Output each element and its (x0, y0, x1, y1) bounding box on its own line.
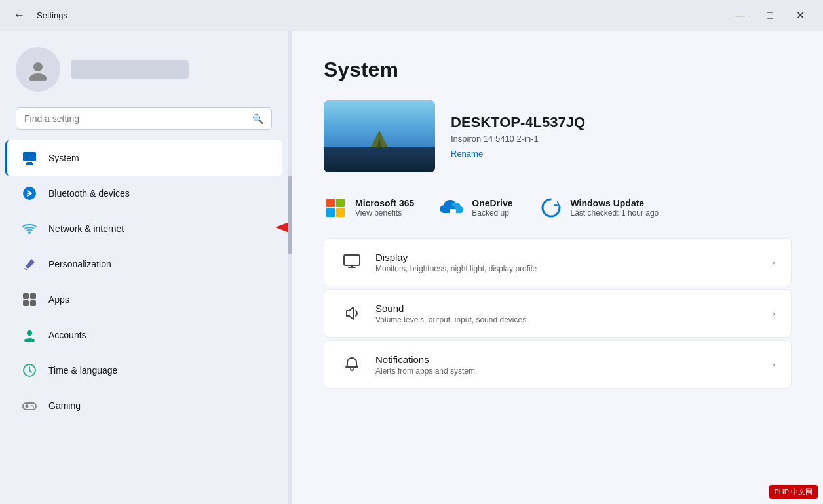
display-title: Display (375, 252, 772, 263)
notifications-chevron: › (772, 359, 775, 370)
back-button[interactable]: ← (8, 6, 30, 25)
winupdate-text: Windows Update Last checked: 1 hour ago (571, 198, 659, 218)
bluetooth-icon (21, 185, 38, 202)
network-icon (21, 220, 38, 237)
app-title: Settings (37, 10, 67, 20)
sidebar-item-accounts-label: Accounts (48, 330, 86, 340)
notifications-desc: Alerts from apps and system (375, 366, 772, 376)
service-winupdate: Windows Update Last checked: 1 hour ago (539, 196, 659, 220)
svg-point-11 (27, 330, 32, 336)
pc-name: DESKTOP-4L537JQ (451, 114, 585, 131)
sidebar-item-gaming[interactable]: Gaming (5, 388, 282, 423)
sound-text: Sound Volume levels, output, input, soun… (375, 303, 772, 324)
display-desc: Monitors, brightness, night light, displ… (375, 264, 772, 273)
sidebar-item-gaming-label: Gaming (48, 400, 81, 411)
main-content: System DESKTOP-4L537JQ Inspiron 14 5410 … (292, 31, 823, 504)
settings-card-display[interactable]: Display Monitors, brightness, night ligh… (324, 238, 792, 286)
svg-rect-2 (23, 152, 36, 161)
main-layout: 🔍 System (0, 31, 823, 504)
username-placeholder (71, 60, 189, 79)
sidebar-item-network[interactable]: Network & internet (5, 211, 282, 246)
services-row: Microsoft 365 View benefits OneDrive Bac… (324, 196, 792, 220)
ms365-icon (324, 196, 347, 220)
onedrive-text: OneDrive Backed up (472, 198, 512, 218)
sidebar-item-time-label: Time & language (48, 365, 117, 376)
svg-point-12 (24, 338, 35, 342)
settings-card-sound[interactable]: Sound Volume levels, output, input, soun… (324, 289, 792, 338)
svg-point-16 (33, 406, 34, 408)
svg-point-6 (28, 231, 31, 234)
winupdate-icon (539, 196, 563, 220)
minimize-button[interactable]: — (725, 5, 755, 26)
search-container: 🔍 (0, 102, 288, 140)
ms365-name: Microsoft 365 (355, 198, 414, 208)
system-image (324, 100, 435, 172)
page-title: System (324, 58, 792, 82)
display-icon (340, 250, 364, 274)
system-info: DESKTOP-4L537JQ Inspiron 14 5410 2-in-1 … (324, 100, 792, 172)
sidebar: 🔍 System (0, 31, 288, 504)
system-info-text: DESKTOP-4L537JQ Inspiron 14 5410 2-in-1 … (451, 114, 585, 159)
sidebar-item-system[interactable]: System (5, 140, 282, 176)
nav-list: System Bluetooth & devices (0, 140, 288, 423)
sidebar-item-apps[interactable]: Apps (5, 282, 282, 317)
arrow-annotation (269, 214, 288, 243)
watermark: PHP 中文网 (769, 485, 818, 499)
sound-desc: Volume levels, output, input, sound devi… (375, 315, 772, 324)
search-icon: 🔍 (252, 113, 263, 124)
sound-title: Sound (375, 303, 772, 314)
pc-model: Inspiron 14 5410 2-in-1 (451, 134, 585, 144)
svg-point-1 (29, 73, 47, 81)
svg-point-15 (31, 405, 33, 406)
brush-icon (21, 256, 38, 273)
service-ms365: Microsoft 365 View benefits (324, 196, 414, 220)
person-icon (21, 326, 38, 343)
title-bar: ← Settings — □ ✕ (0, 0, 823, 31)
svg-rect-7 (23, 293, 29, 299)
maximize-button[interactable]: □ (755, 5, 785, 26)
sound-icon (340, 301, 364, 325)
sidebar-item-personalization-label: Personalization (48, 259, 111, 269)
svg-rect-3 (27, 162, 32, 163)
settings-card-notifications[interactable]: Notifications Alerts from apps and syste… (324, 340, 792, 389)
sidebar-item-personalization[interactable]: Personalization (5, 246, 282, 282)
display-chevron: › (772, 257, 775, 267)
title-bar-left: ← Settings (8, 6, 67, 25)
sidebar-item-network-label: Network & internet (48, 223, 124, 234)
onedrive-status: Backed up (472, 208, 512, 218)
profile-section (0, 31, 288, 102)
avatar (16, 47, 60, 92)
sidebar-item-accounts[interactable]: Accounts (5, 317, 282, 353)
search-input[interactable] (24, 113, 247, 124)
sidebar-item-bluetooth-label: Bluetooth & devices (48, 188, 130, 199)
sound-chevron: › (772, 308, 775, 319)
sidebar-item-apps-label: Apps (48, 294, 69, 305)
winupdate-status: Last checked: 1 hour ago (571, 208, 659, 218)
onedrive-icon-wrap (440, 196, 464, 220)
clock-icon (21, 362, 38, 379)
svg-rect-10 (30, 300, 36, 306)
monitor-icon (21, 149, 38, 166)
svg-rect-9 (23, 300, 29, 306)
settings-list: Display Monitors, brightness, night ligh… (324, 238, 792, 389)
winupdate-name: Windows Update (571, 198, 659, 208)
notifications-title: Notifications (375, 354, 772, 365)
close-button[interactable]: ✕ (785, 5, 815, 26)
service-onedrive: OneDrive Backed up (440, 196, 512, 220)
svg-rect-8 (30, 293, 36, 299)
rename-link[interactable]: Rename (451, 149, 483, 159)
sidebar-item-bluetooth[interactable]: Bluetooth & devices (5, 176, 282, 211)
svg-rect-4 (26, 163, 33, 165)
notifications-icon (340, 353, 364, 376)
ms365-status: View benefits (355, 208, 414, 218)
sidebar-item-system-label: System (48, 153, 79, 163)
ms365-text: Microsoft 365 View benefits (355, 198, 414, 218)
onedrive-name: OneDrive (472, 198, 512, 208)
apps-icon (21, 291, 38, 308)
gamepad-icon (21, 397, 38, 414)
sidebar-item-time[interactable]: Time & language (5, 353, 282, 388)
window-controls: — □ ✕ (725, 5, 815, 26)
svg-point-0 (33, 62, 43, 71)
notifications-text: Notifications Alerts from apps and syste… (375, 354, 772, 376)
search-box: 🔍 (16, 107, 272, 130)
